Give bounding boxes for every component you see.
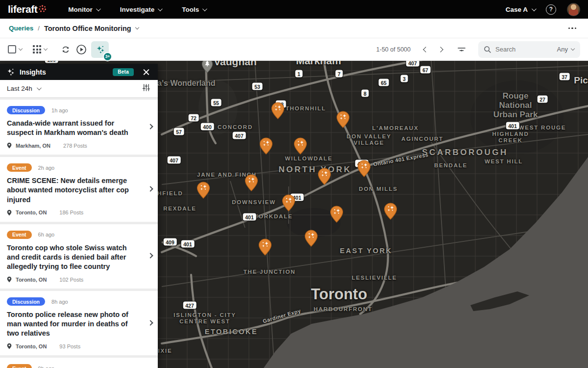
search-scope-label: Any bbox=[557, 46, 568, 53]
layout-dropdown[interactable] bbox=[33, 45, 47, 53]
breadcrumb: Queries / Toronto Office Monitoring bbox=[0, 19, 588, 38]
insight-map-pin[interactable] bbox=[358, 160, 371, 179]
insights-panel-title: Insights bbox=[20, 68, 46, 76]
more-options-button[interactable] bbox=[565, 25, 580, 32]
insight-time: 1h ago bbox=[51, 107, 68, 113]
park-map-pin[interactable] bbox=[202, 61, 213, 75]
chevron-right-icon bbox=[147, 253, 153, 259]
insight-map-pin[interactable] bbox=[197, 182, 210, 201]
menu-monitor-label: Monitor bbox=[68, 6, 93, 13]
insight-card[interactable]: Discussion 8h ago Toronto police release… bbox=[0, 291, 158, 355]
location-pin-icon bbox=[7, 276, 12, 283]
insights-sparkle-icon bbox=[95, 44, 105, 54]
time-range-label: Last 24h bbox=[7, 85, 32, 92]
insight-title: Toronto police release new photo of man … bbox=[7, 310, 136, 338]
insights-settings-button[interactable] bbox=[142, 83, 151, 94]
chevron-down-icon bbox=[19, 47, 23, 51]
insight-location: Toronto, ON bbox=[16, 277, 47, 283]
insight-map-pin[interactable] bbox=[282, 194, 295, 213]
time-range-dropdown[interactable]: Last 24h bbox=[7, 85, 40, 92]
user-avatar[interactable] bbox=[567, 3, 580, 16]
insight-type-badge: Event bbox=[7, 163, 32, 172]
insight-map-pin[interactable] bbox=[260, 137, 273, 157]
location-pin-icon bbox=[7, 343, 12, 349]
insight-map-pin[interactable] bbox=[259, 238, 272, 258]
pagination-label: 1-50 of 5000 bbox=[376, 46, 411, 53]
page-title: Toronto Office Monitoring bbox=[44, 25, 131, 32]
grid-view-icon bbox=[33, 45, 41, 53]
chevron-right-icon bbox=[147, 124, 153, 129]
insight-card[interactable]: Event 9h ago Whooping cough cases more t… bbox=[0, 358, 158, 368]
insight-map-pin[interactable] bbox=[330, 206, 343, 225]
search-icon bbox=[483, 45, 491, 53]
insight-post-count: 186 Posts bbox=[59, 210, 83, 215]
breadcrumb-queries-link[interactable]: Queries bbox=[9, 25, 33, 32]
insight-title: Toronto cop who stole Swiss watch and cr… bbox=[7, 243, 136, 271]
beta-badge: Beta bbox=[113, 68, 134, 76]
insight-map-pin[interactable] bbox=[271, 102, 285, 121]
insight-map-pin[interactable] bbox=[384, 203, 397, 222]
chevron-down-icon bbox=[37, 85, 42, 90]
next-page-button[interactable] bbox=[434, 43, 447, 56]
location-pin-icon bbox=[7, 142, 12, 149]
insight-card[interactable]: Discussion 1h ago Canada-wide warrant is… bbox=[0, 100, 158, 155]
chevron-down-icon bbox=[158, 6, 163, 11]
logo-text: liferaft bbox=[8, 3, 37, 15]
insights-panel: Insights Beta Last 24h Discussion 1h ag bbox=[0, 64, 158, 368]
insight-time: 6h ago bbox=[38, 232, 55, 237]
app-window: VaughanMarkhamTorontoPickeringCanada's W… bbox=[0, 0, 588, 368]
menu-tools-label: Tools bbox=[182, 6, 199, 13]
menu-investigate[interactable]: Investigate bbox=[120, 6, 162, 13]
insights-toggle-button[interactable]: 3+ bbox=[91, 41, 109, 58]
sliders-icon bbox=[142, 83, 151, 92]
select-all-checkbox[interactable] bbox=[8, 45, 16, 53]
help-button[interactable]: ? bbox=[546, 4, 556, 15]
insight-location: Markham, ON bbox=[16, 143, 50, 149]
insight-title: CRIME SCENE: New details emerge about wa… bbox=[7, 176, 136, 204]
case-selector[interactable]: Case A bbox=[506, 6, 535, 13]
insight-type-badge: Discussion bbox=[7, 297, 45, 306]
chevron-down-icon bbox=[44, 47, 48, 51]
filter-button[interactable] bbox=[454, 42, 469, 57]
insight-map-pin[interactable] bbox=[245, 174, 258, 193]
location-pin-icon bbox=[7, 210, 12, 216]
menu-monitor[interactable]: Monitor bbox=[68, 6, 99, 13]
insights-panel-header: Insights Beta bbox=[0, 64, 158, 80]
insight-location: Toronto, ON bbox=[16, 210, 47, 215]
insight-map-pin[interactable] bbox=[337, 111, 350, 130]
results-toolbar: 3+ 1-50 of 5000 A bbox=[0, 38, 588, 61]
insights-sparkle-icon bbox=[6, 67, 15, 77]
chevron-down-icon bbox=[532, 6, 537, 11]
insight-type-badge: Event bbox=[7, 231, 32, 239]
question-mark-icon: ? bbox=[549, 6, 553, 13]
insight-map-pin[interactable] bbox=[294, 137, 307, 157]
insights-filter-row: Last 24h bbox=[0, 80, 158, 98]
refresh-button[interactable] bbox=[58, 42, 74, 57]
menu-tools[interactable]: Tools bbox=[182, 6, 206, 13]
insight-map-pin[interactable] bbox=[305, 230, 318, 249]
insight-title: Canada-wide warrant issued for suspect i… bbox=[7, 119, 136, 137]
insight-post-count: 93 Posts bbox=[59, 343, 80, 349]
close-icon[interactable] bbox=[141, 67, 152, 78]
top-navbar: liferaft Monitor Investigate Tools Case … bbox=[0, 0, 588, 19]
prev-page-button[interactable] bbox=[419, 43, 432, 56]
insight-map-pin[interactable] bbox=[318, 168, 331, 187]
logo-burst-icon bbox=[38, 4, 47, 13]
insight-post-count: 102 Posts bbox=[59, 277, 83, 283]
insight-post-count: 278 Posts bbox=[63, 143, 87, 149]
menu-investigate-label: Investigate bbox=[120, 6, 155, 13]
liferaft-logo[interactable]: liferaft bbox=[8, 3, 47, 15]
chevron-down-icon[interactable] bbox=[135, 26, 139, 29]
search-input[interactable] bbox=[495, 46, 553, 53]
insight-card[interactable]: Event 6h ago Toronto cop who stole Swiss… bbox=[0, 224, 158, 289]
chevron-right-icon bbox=[147, 320, 153, 325]
insights-card-list: Discussion 1h ago Canada-wide warrant is… bbox=[0, 98, 158, 368]
insight-card[interactable]: Event 2h ago CRIME SCENE: New details em… bbox=[0, 157, 158, 221]
search-scope-dropdown[interactable]: Any bbox=[557, 46, 575, 53]
breadcrumb-separator: / bbox=[38, 25, 40, 32]
play-button[interactable] bbox=[74, 42, 89, 57]
search-box[interactable]: Any bbox=[478, 41, 580, 58]
insight-location: Toronto, ON bbox=[16, 343, 47, 349]
select-all-dropdown[interactable] bbox=[8, 45, 22, 53]
case-selector-label: Case A bbox=[506, 6, 528, 13]
